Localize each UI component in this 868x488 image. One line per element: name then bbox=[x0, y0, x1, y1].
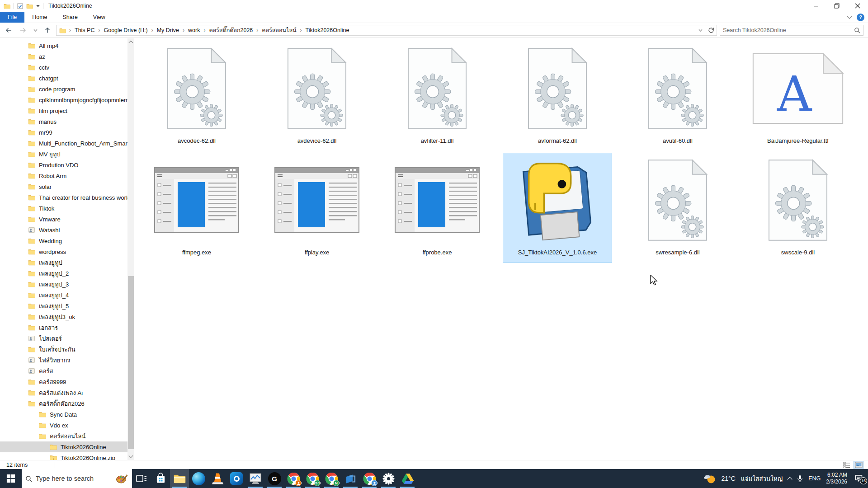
breadcrumb-segment[interactable]: My Drive bbox=[155, 27, 181, 33]
tree-item[interactable]: เพลงยูทูป_3 bbox=[0, 279, 134, 290]
tree-item[interactable]: คอร์ส9999 bbox=[0, 376, 134, 387]
search-icon[interactable] bbox=[854, 27, 860, 33]
start-button[interactable] bbox=[0, 469, 22, 488]
tree-item[interactable]: solar bbox=[0, 181, 134, 192]
tree-item[interactable]: Vdo ex bbox=[0, 420, 134, 431]
thumbnail-view-icon[interactable] bbox=[854, 461, 863, 469]
qat-dropdown-icon[interactable] bbox=[36, 5, 40, 7]
ribbon-tab-file[interactable]: File bbox=[0, 12, 24, 23]
file-tile[interactable]: SJ_TiktokAI2026_V_1.0.6.exe bbox=[503, 153, 612, 263]
tree-item[interactable]: Robot Arm bbox=[0, 170, 134, 181]
tree-item[interactable]: mr99 bbox=[0, 127, 134, 138]
breadcrumb-segment[interactable]: work bbox=[186, 27, 202, 33]
language-indicator[interactable]: ENG bbox=[808, 475, 821, 482]
scrollbar-thumb[interactable] bbox=[128, 276, 134, 449]
tree-item[interactable]: คอร์สแต่งเพลง Ai bbox=[0, 387, 134, 398]
scroll-down-icon[interactable] bbox=[127, 453, 134, 460]
file-tile[interactable]: avutil-60.dll bbox=[623, 41, 732, 151]
tree-item[interactable]: code program bbox=[0, 84, 134, 94]
up-icon[interactable] bbox=[42, 25, 53, 36]
tree-item[interactable]: chatgpt bbox=[0, 73, 134, 84]
new-folder-icon[interactable] bbox=[26, 3, 33, 9]
weather-description[interactable]: แจ่มใสส่วนใหญ่ bbox=[741, 474, 783, 483]
tree-item[interactable]: คอร์สติ๊กต๊อก2026 bbox=[0, 398, 134, 409]
scroll-up-icon[interactable] bbox=[127, 38, 134, 46]
file-tile[interactable]: ffprobe.exe bbox=[382, 153, 492, 263]
tree-item[interactable]: เพลงยูทูป bbox=[0, 257, 134, 268]
tree-item[interactable]: az bbox=[0, 51, 134, 62]
explorer-search-box[interactable] bbox=[720, 25, 863, 36]
close-button[interactable] bbox=[847, 0, 868, 12]
taskbar-blue-app-icon[interactable] bbox=[341, 469, 360, 488]
taskbar-settings-icon[interactable] bbox=[379, 469, 398, 488]
breadcrumb-segment[interactable]: คอร์สออนไลน์ bbox=[259, 26, 298, 35]
breadcrumb-segment[interactable]: Tiktok2026Online bbox=[303, 27, 352, 33]
back-icon[interactable] bbox=[3, 25, 14, 36]
taskbar-edge-browser-icon[interactable] bbox=[189, 469, 208, 488]
forward-icon[interactable] bbox=[17, 25, 29, 36]
file-tile[interactable]: ABaiJamjuree-Regular.ttf bbox=[743, 41, 853, 151]
taskbar-task-view-icon[interactable] bbox=[132, 469, 151, 488]
ribbon-tab-view[interactable]: View bbox=[85, 12, 113, 23]
breadcrumb-segment[interactable]: คอร์สติ๊กต๊อก2026 bbox=[207, 26, 255, 35]
tree-item[interactable]: All mp4 bbox=[0, 40, 134, 51]
file-tile[interactable]: ffplay.exe bbox=[262, 153, 372, 263]
tree-item[interactable]: cctv bbox=[0, 62, 134, 73]
tree-item[interactable]: เพลงยูทูป_2 bbox=[0, 268, 134, 279]
weather-temperature[interactable]: 21°C bbox=[722, 475, 736, 482]
tree-item[interactable]: wordpress bbox=[0, 246, 134, 257]
tree-item[interactable]: ไฟล์วิทยากร bbox=[0, 355, 134, 366]
breadcrumb-segment[interactable]: This PC bbox=[72, 27, 97, 33]
taskbar-search-input[interactable] bbox=[36, 475, 112, 482]
clock[interactable]: 6:02 AM 2/3/2026 bbox=[826, 472, 847, 485]
tree-item[interactable]: Tiktok2026Online.zip bbox=[0, 452, 134, 460]
action-center-icon[interactable]: 16 bbox=[853, 474, 864, 483]
sidebar-scrollbar[interactable] bbox=[127, 38, 134, 460]
tree-item[interactable]: เอกสาร bbox=[0, 322, 134, 333]
tree-item[interactable]: เพลงยูทูป_4 bbox=[0, 290, 134, 300]
file-tile[interactable]: avfilter-11.dll bbox=[382, 41, 492, 151]
file-tile[interactable]: avformat-62.dll bbox=[503, 41, 612, 151]
tree-item[interactable]: MV ยูทูป bbox=[0, 149, 134, 160]
taskbar-outlook-icon[interactable] bbox=[227, 469, 246, 488]
file-tile[interactable]: ffmpeg.exe bbox=[142, 153, 251, 263]
tree-item[interactable]: Tiktok2026Online bbox=[0, 441, 134, 452]
taskbar-chrome-profile-n-icon[interactable]: N bbox=[322, 469, 341, 488]
address-dropdown-icon[interactable] bbox=[695, 25, 706, 36]
tree-item[interactable]: เพลงยูทูป3_ok bbox=[0, 311, 134, 322]
weather-icon[interactable] bbox=[704, 474, 716, 484]
tree-item[interactable]: ใบเสร็จประกัน bbox=[0, 344, 134, 355]
ribbon-collapse-icon[interactable] bbox=[847, 16, 852, 19]
tree-item[interactable]: คอร์สออนไลน์ bbox=[0, 431, 134, 441]
properties-icon[interactable] bbox=[17, 3, 23, 9]
taskbar-file-explorer-icon[interactable] bbox=[170, 469, 189, 488]
tree-item[interactable]: คอร์ส bbox=[0, 366, 134, 376]
tree-item[interactable]: Wedding bbox=[0, 235, 134, 246]
tree-item[interactable]: Tiktok bbox=[0, 203, 134, 214]
breadcrumb-segment[interactable]: Google Drive (H:) bbox=[101, 27, 150, 33]
file-tile[interactable]: avdevice-62.dll bbox=[262, 41, 372, 151]
file-tile[interactable]: swresample-6.dll bbox=[623, 153, 732, 263]
tree-item[interactable]: film project bbox=[0, 105, 134, 116]
tree-item[interactable]: เพลงยูทูป_5 bbox=[0, 300, 134, 311]
tree-item[interactable]: Thai creator for real business workshop bbox=[0, 192, 134, 203]
taskbar-chrome-profile-blue-icon[interactable] bbox=[360, 469, 379, 488]
help-icon[interactable]: ? bbox=[857, 14, 864, 21]
tree-item[interactable]: cplklnmnlbnpmjogncfgfijoopmnlemp bbox=[0, 94, 134, 105]
microphone-icon[interactable] bbox=[797, 475, 803, 483]
file-tile[interactable]: swscale-9.dll bbox=[743, 153, 853, 263]
minimize-button[interactable] bbox=[806, 0, 826, 12]
taskbar-google-drive-icon[interactable] bbox=[398, 469, 417, 488]
taskbar-search-box[interactable] bbox=[22, 469, 132, 488]
tree-item[interactable]: Vmware bbox=[0, 214, 134, 225]
taskbar-chrome-profile-sj-icon[interactable]: SJ bbox=[303, 469, 322, 488]
refresh-icon[interactable] bbox=[706, 25, 717, 36]
details-view-icon[interactable] bbox=[842, 461, 852, 469]
tree-item[interactable]: Multi_Function_Robot_Arm_Smart_Car bbox=[0, 138, 134, 149]
ribbon-tab-home[interactable]: Home bbox=[24, 12, 55, 23]
ribbon-tab-share[interactable]: Share bbox=[55, 12, 85, 23]
tray-expand-icon[interactable] bbox=[788, 477, 793, 482]
taskbar-performance-monitor-icon[interactable] bbox=[246, 469, 265, 488]
recent-locations-icon[interactable] bbox=[32, 25, 39, 36]
taskbar-vlc-player-icon[interactable] bbox=[208, 469, 227, 488]
